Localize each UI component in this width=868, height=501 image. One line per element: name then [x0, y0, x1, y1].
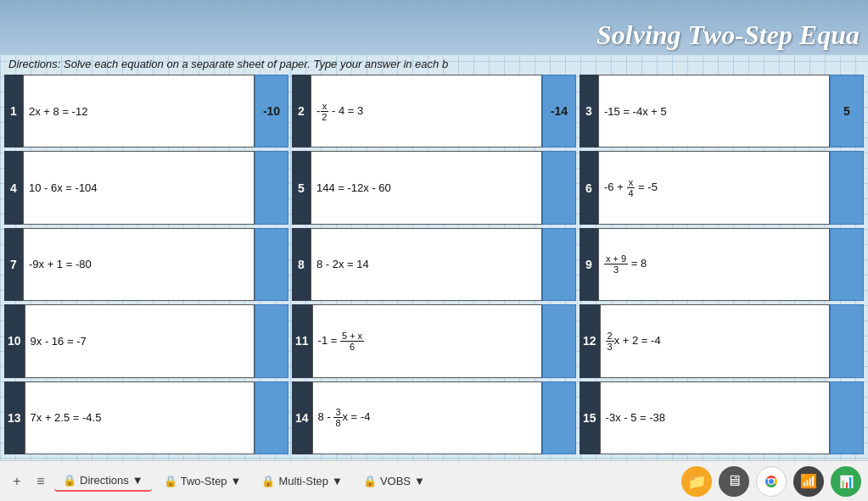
- problem-15-num: 15: [580, 381, 600, 454]
- problem-13: 13 7x + 2.5 = -4.5: [4, 381, 288, 454]
- problem-11-answer[interactable]: [542, 304, 576, 377]
- problem-10-answer[interactable]: [255, 304, 288, 377]
- arrow-icon-vobs: ▼: [414, 475, 425, 487]
- problem-4-num: 4: [4, 151, 23, 224]
- problem-9-num: 9: [580, 228, 598, 301]
- problem-7-answer[interactable]: [255, 228, 288, 301]
- folder-button[interactable]: 📁: [681, 466, 712, 497]
- problem-6-answer[interactable]: [830, 151, 864, 224]
- tab-vobs-label: VOBS: [380, 475, 411, 487]
- problem-5: 5 144 = -12x - 60: [292, 151, 576, 224]
- chrome-button[interactable]: [756, 466, 787, 497]
- problem-1-num: 1: [4, 75, 23, 148]
- problems-grid: 1 2x + 8 = -12 -10 2 -x2 - 4 = 3 -14 3 -…: [4, 75, 864, 454]
- problem-14: 14 8 - 38x = -4: [292, 381, 576, 454]
- problem-10-num: 10: [4, 304, 25, 377]
- lock-icon-vobs: 🔒: [363, 475, 377, 487]
- problem-9-answer[interactable]: [830, 228, 864, 301]
- problem-15: 15 -3x - 5 = -38: [580, 381, 864, 454]
- problem-4: 4 10 - 6x = -104: [4, 151, 288, 224]
- problem-1-answer[interactable]: -10: [255, 75, 288, 148]
- arrow-icon-two-step: ▼: [231, 475, 242, 487]
- problem-11: 11 -1 = 5 + x6: [292, 304, 576, 377]
- problem-4-eq: 10 - 6x = -104: [23, 151, 255, 224]
- problem-12-answer[interactable]: [830, 304, 864, 377]
- problem-11-num: 11: [292, 304, 312, 377]
- problem-15-answer[interactable]: [830, 381, 864, 454]
- problem-3-eq: -15 = -4x + 5: [598, 75, 830, 148]
- problem-6-eq: -6 + x4 = -5: [598, 151, 830, 224]
- header: Solving Two-Step Equa: [0, 0, 868, 55]
- problem-2-eq: -x2 - 4 = 3: [311, 75, 542, 148]
- tab-multi-step-label: Multi-Step: [278, 475, 328, 487]
- problem-5-num: 5: [292, 151, 311, 224]
- lock-icon-multi-step: 🔒: [261, 475, 275, 487]
- problem-8: 8 8 - 2x = 14: [292, 228, 576, 301]
- problem-9: 9 x + 93 = 8: [580, 228, 864, 301]
- tab-two-step[interactable]: 🔒 Two-Step ▼: [155, 471, 250, 491]
- problem-12: 12 23x + 2 = -4: [580, 304, 864, 377]
- problem-7: 7 -9x + 1 = -80: [4, 228, 288, 301]
- problem-14-num: 14: [292, 381, 312, 454]
- arrow-icon-directions: ▼: [132, 474, 143, 487]
- problem-12-num: 12: [580, 304, 600, 377]
- problem-7-num: 7: [4, 228, 23, 301]
- tab-directions[interactable]: 🔒 Directions ▼: [54, 470, 152, 492]
- plus-button[interactable]: +: [7, 471, 27, 492]
- lock-icon-directions: 🔒: [63, 474, 76, 487]
- problem-5-answer[interactable]: [542, 151, 576, 224]
- tab-directions-label: Directions: [80, 474, 129, 487]
- tab-two-step-label: Two-Step: [181, 475, 227, 487]
- taskbar-right: 📁 🖥 📶 📊: [681, 466, 861, 497]
- arrow-icon-multi-step: ▼: [332, 475, 343, 487]
- problem-5-eq: 144 = -12x - 60: [311, 151, 542, 224]
- page-title: Solving Two-Step Equa: [596, 19, 860, 51]
- problem-2-answer[interactable]: -14: [542, 75, 576, 148]
- problem-8-answer[interactable]: [542, 228, 576, 301]
- monitor-button[interactable]: 🖥: [719, 466, 749, 497]
- problem-13-answer[interactable]: [255, 381, 288, 454]
- problem-7-eq: -9x + 1 = -80: [23, 228, 255, 301]
- problem-6: 6 -6 + x4 = -5: [580, 151, 864, 224]
- problem-8-num: 8: [292, 228, 311, 301]
- problem-3-answer[interactable]: 5: [830, 75, 864, 148]
- problem-2: 2 -x2 - 4 = 3 -14: [292, 75, 576, 148]
- problem-10-eq: 9x - 16 = -7: [25, 304, 255, 377]
- problem-3: 3 -15 = -4x + 5 5: [580, 75, 864, 148]
- problem-1: 1 2x + 8 = -12 -10: [4, 75, 288, 148]
- problem-8-eq: 8 - 2x = 14: [311, 228, 542, 301]
- svg-point-2: [769, 479, 774, 484]
- problem-4-answer[interactable]: [255, 151, 288, 224]
- problem-1-eq: 2x + 8 = -12: [23, 75, 255, 148]
- problem-14-answer[interactable]: [542, 381, 576, 454]
- tab-multi-step[interactable]: 🔒 Multi-Step ▼: [253, 471, 350, 491]
- problem-6-num: 6: [580, 151, 598, 224]
- taskbar: + ≡ 🔒 Directions ▼ 🔒 Two-Step ▼ 🔒 Multi-…: [0, 460, 868, 501]
- problem-14-eq: 8 - 38x = -4: [312, 381, 542, 454]
- sheets-button[interactable]: 📊: [831, 466, 861, 497]
- wifi-button[interactable]: 📶: [793, 466, 824, 497]
- menu-button[interactable]: ≡: [31, 471, 51, 492]
- directions-label: Directions: Solve each equation on a sep…: [8, 58, 448, 70]
- problem-9-eq: x + 93 = 8: [598, 228, 830, 301]
- problem-10: 10 9x - 16 = -7: [4, 304, 288, 377]
- lock-icon-two-step: 🔒: [164, 475, 177, 487]
- problem-12-eq: 23x + 2 = -4: [600, 304, 830, 377]
- problem-13-eq: 7x + 2.5 = -4.5: [25, 381, 255, 454]
- tab-vobs[interactable]: 🔒 VOBS ▼: [355, 471, 434, 491]
- problem-11-eq: -1 = 5 + x6: [312, 304, 542, 377]
- problem-13-num: 13: [4, 381, 25, 454]
- problem-2-num: 2: [292, 75, 311, 148]
- problem-15-eq: -3x - 5 = -38: [600, 381, 830, 454]
- problem-3-num: 3: [580, 75, 598, 148]
